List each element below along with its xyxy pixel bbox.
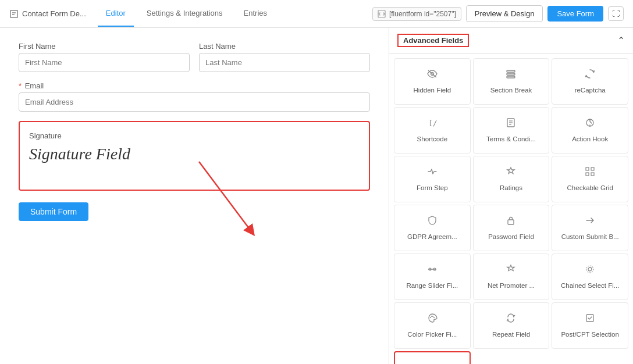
gdpr-agreement-icon bbox=[426, 215, 438, 229]
chained-select-icon bbox=[584, 263, 596, 278]
net-promoter-icon bbox=[505, 263, 517, 278]
editor-area: First Name Last Name * Email Signature bbox=[0, 28, 389, 364]
field-card-ratings[interactable]: Ratings bbox=[473, 156, 550, 202]
field-card-hidden-field[interactable]: Hidden Field bbox=[394, 58, 471, 105]
field-card-net-promoter[interactable]: Net Promoter ... bbox=[473, 254, 550, 300]
shortcode-text: [fluentform id="2507"] bbox=[389, 10, 456, 18]
field-card-color-picker[interactable]: Color Picker Fi... bbox=[394, 302, 471, 349]
form-title-text: Contact Form De... bbox=[22, 9, 86, 18]
svg-point-27 bbox=[433, 317, 435, 318]
color-picker-icon bbox=[426, 312, 438, 327]
form-title: Contact Form De... bbox=[9, 9, 86, 19]
svg-rect-5 bbox=[507, 70, 515, 72]
field-card-recaptcha[interactable]: reCaptcha bbox=[552, 58, 628, 105]
repeat-field-icon bbox=[505, 312, 517, 327]
svg-rect-14 bbox=[586, 167, 589, 170]
shortcode-label: Shortcode bbox=[417, 135, 447, 144]
section-break-label: Section Break bbox=[490, 86, 532, 95]
email-label: * Email bbox=[19, 81, 44, 90]
field-card-form-step[interactable]: Form Step bbox=[394, 156, 471, 202]
last-name-label: Last Name bbox=[199, 42, 370, 51]
action-hook-label: Action Hook bbox=[572, 135, 608, 144]
password-field-label: Password Field bbox=[488, 233, 534, 241]
field-card-section-break[interactable]: Section Break bbox=[473, 58, 550, 105]
field-card-terms-conditions[interactable]: Terms & Condi... bbox=[473, 107, 550, 154]
last-name-input[interactable] bbox=[199, 53, 370, 72]
svg-point-26 bbox=[432, 316, 433, 317]
field-card-chained-select[interactable]: Chained Select Fi... bbox=[552, 254, 628, 300]
svg-rect-6 bbox=[507, 73, 515, 75]
field-card-custom-submit[interactable]: Custom Submit B... bbox=[552, 205, 628, 251]
field-card-password-field[interactable]: Password Field bbox=[473, 205, 550, 251]
tab-editor[interactable]: Editor bbox=[98, 1, 134, 27]
field-card-repeat-field[interactable]: Repeat Field bbox=[473, 302, 550, 349]
range-slider-icon bbox=[426, 263, 438, 278]
section-break-icon bbox=[505, 68, 517, 83]
fields-grid: Hidden FieldSection BreakreCaptcha[/]Sho… bbox=[389, 53, 633, 364]
shortcode-icon: [/] bbox=[426, 117, 438, 131]
custom-submit-label: Custom Submit B... bbox=[561, 233, 619, 241]
svg-text:[/]: [/] bbox=[428, 119, 438, 127]
recaptcha-icon bbox=[584, 68, 596, 83]
recaptcha-label: reCaptcha bbox=[575, 86, 606, 95]
svg-rect-17 bbox=[591, 173, 594, 176]
field-card-action-hook[interactable]: Action Hook bbox=[552, 107, 628, 154]
hidden-field-label: Hidden Field bbox=[414, 86, 451, 95]
field-card-gdpr-agreement[interactable]: GDPR Agreem... bbox=[394, 205, 471, 251]
net-promoter-label: Net Promoter ... bbox=[488, 281, 535, 290]
required-marker: * bbox=[19, 81, 22, 90]
gdpr-agreement-label: GDPR Agreem... bbox=[407, 233, 457, 241]
collapse-button[interactable]: ⌃ bbox=[617, 35, 625, 46]
submit-form-button[interactable]: Submit Form bbox=[19, 202, 88, 221]
email-input[interactable] bbox=[19, 92, 370, 112]
svg-rect-7 bbox=[507, 76, 515, 78]
svg-rect-16 bbox=[586, 173, 589, 176]
form-step-label: Form Step bbox=[417, 184, 448, 192]
svg-point-25 bbox=[431, 316, 432, 317]
svg-point-22 bbox=[588, 267, 592, 271]
field-card-range-slider[interactable]: Range Slider Fi... bbox=[394, 254, 471, 300]
post-cpt-selection-icon bbox=[584, 312, 596, 327]
chained-select-label: Chained Select Fi... bbox=[561, 281, 619, 290]
svg-rect-15 bbox=[591, 167, 594, 170]
post-cpt-selection-label: Post/CPT Selection bbox=[561, 330, 619, 339]
main-layout: First Name Last Name * Email Signature bbox=[0, 28, 633, 364]
field-card-shortcode[interactable]: [/]Shortcode bbox=[394, 107, 471, 154]
form-step-icon bbox=[426, 166, 438, 180]
panel-header: Advanced Fields ⌃ bbox=[389, 28, 633, 53]
panel-title: Advanced Fields bbox=[397, 34, 469, 47]
form-section: First Name Last Name * Email Signature bbox=[19, 42, 370, 221]
last-name-group: Last Name bbox=[199, 42, 370, 72]
field-card-signature[interactable]: Signature bbox=[394, 351, 471, 364]
first-name-label: First Name bbox=[19, 42, 190, 51]
signature-text: Signature Field bbox=[29, 145, 360, 163]
ratings-icon bbox=[505, 166, 517, 180]
first-name-group: First Name bbox=[19, 42, 190, 72]
svg-rect-18 bbox=[508, 220, 514, 224]
name-row: First Name Last Name bbox=[19, 42, 370, 72]
signature-label: Signature bbox=[29, 131, 360, 140]
tab-entries[interactable]: Entries bbox=[236, 1, 275, 27]
repeat-field-label: Repeat Field bbox=[492, 330, 530, 339]
field-card-post-cpt-selection[interactable]: Post/CPT Selection bbox=[552, 302, 628, 349]
save-form-button[interactable]: Save Form bbox=[547, 6, 603, 22]
checkable-grid-label: Checkable Grid bbox=[567, 184, 613, 192]
terms-conditions-icon bbox=[505, 117, 517, 131]
field-card-checkable-grid[interactable]: Checkable Grid bbox=[552, 156, 628, 202]
color-picker-label: Color Picker Fi... bbox=[407, 330, 457, 339]
tab-settings[interactable]: Settings & Integrations bbox=[138, 1, 231, 27]
first-name-input[interactable] bbox=[19, 53, 190, 72]
svg-rect-28 bbox=[586, 315, 593, 322]
action-hook-icon bbox=[584, 117, 596, 131]
checkable-grid-icon bbox=[584, 166, 596, 180]
expand-button[interactable]: ⛶ bbox=[608, 6, 624, 21]
password-field-icon bbox=[505, 215, 517, 229]
terms-conditions-label: Terms & Condi... bbox=[486, 135, 536, 144]
top-navigation: Contact Form De... Editor Settings & Int… bbox=[0, 0, 633, 28]
custom-submit-icon bbox=[584, 215, 596, 229]
preview-design-button[interactable]: Preview & Design bbox=[466, 5, 543, 22]
email-group: * Email bbox=[19, 81, 370, 112]
ratings-label: Ratings bbox=[500, 184, 522, 192]
svg-point-23 bbox=[586, 266, 593, 273]
svg-point-24 bbox=[430, 317, 431, 318]
